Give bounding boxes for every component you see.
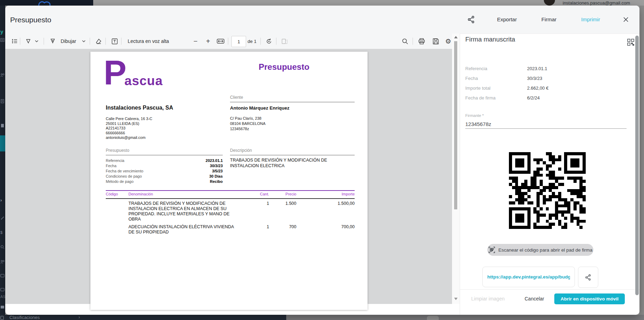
search-icon[interactable] [400,34,410,49]
clipboard-icon [0,315,4,320]
field-row: Fecha30/3/23 [465,76,627,82]
cloud-logo-icon [37,1,52,6]
draw-pen-icon[interactable] [48,34,58,49]
scroll-down-icon[interactable] [454,298,458,300]
brand-letter-fragment: y [0,29,5,35]
toolbar-separator [413,38,413,45]
table-row-importe: 1.500,00 [314,201,355,206]
panel-title: Firma manuscrita [465,36,515,43]
zoom-out-icon[interactable]: − [191,34,200,49]
signature-link[interactable]: https://app.dev.pintegral.es/app/budgets… [487,274,570,280]
print-icon[interactable] [416,34,427,49]
scroll-up-icon[interactable] [454,36,458,38]
screen: instalaciones.pascua@gmail.com y › $ AS … [0,0,644,320]
panel-divider [460,34,460,315]
limpiar-imagen-button[interactable]: Limpiar imagen [471,296,505,302]
fit-width-icon[interactable] [215,34,226,49]
toolbar-separator [90,38,90,45]
sidebar-footer-label[interactable]: Clasificaciones [9,315,40,320]
rotate-icon[interactable] [264,34,274,49]
search-person-icon [0,245,5,250]
company-logo: P ascua [104,59,163,86]
toolbar-separator [44,38,44,45]
company-address: Calle Pere Cabrera, 16 3-C 25001 LLEIDA … [106,117,152,140]
page-total-label: de 1 [246,34,258,49]
eraser-icon[interactable] [92,34,104,49]
table-row-cant: 1 [240,224,269,230]
signature-link-box[interactable]: https://app.dev.pintegral.es/app/budgets… [482,267,575,287]
chevron-right-icon: › [0,198,5,203]
table-header-cant: Cant. [240,192,269,196]
card-filled-icon [0,305,5,310]
app-topbar-light [93,0,644,6]
money-icon: $ [0,230,5,235]
field-row: Fecha de firma6/2/24 [465,95,627,101]
rail-text-fragment: AS [0,295,5,299]
zoom-in-icon[interactable]: + [203,34,213,49]
app-sidebar-fragment: y › $ AS [0,6,5,315]
company-name: Instalaciones Pascua, SA [106,105,173,111]
close-icon[interactable] [622,16,629,24]
toolbar-separator [121,38,121,45]
abrir-dispositivo-button[interactable]: Abrir en dispositivo móvil [554,293,625,304]
firmar-button[interactable]: Firmar [541,16,556,22]
table-row-denominacion: TRABAJOS DE REVISIÓN Y MODIFICACIÓN DE I… [128,201,236,222]
description-section-label: Descripción [230,148,355,155]
imprimir-button[interactable]: Imprimir [581,16,600,22]
app-topbar-dark [0,0,93,6]
account-email: instalaciones.pascua@gmail.com [563,0,641,6]
pdf-toolbar: Dibujar Lectura en voz alta − + de 1 [5,34,452,49]
toolbar-separator [228,38,228,45]
sidebar-footer[interactable]: Clasificaciones › [0,315,286,320]
share-icon[interactable] [467,15,475,25]
scan-qr-button[interactable]: Escanear el código para abrir el pad de … [487,244,593,256]
highlighter-icon[interactable] [23,34,33,49]
chevron-down-icon[interactable] [80,34,87,49]
page-number-input[interactable] [231,36,246,47]
card-icon [0,288,5,292]
client-name: Antonio Márquez Enríquez [230,105,289,111]
scrim-bottom [286,315,644,320]
panel-scrollbar-thumb[interactable] [635,36,639,295]
logo-initial: P [104,59,126,86]
qr-corner-icon[interactable] [627,38,635,47]
sidebar-active-item-fragment [0,135,5,151]
table-of-contents-icon[interactable] [9,34,20,49]
share-link-button[interactable] [578,267,598,288]
draw-label[interactable]: Dibujar [59,34,77,49]
document-page: P ascua Presupuesto Cliente Antonio Márq… [90,52,368,310]
read-aloud-button[interactable]: Lectura en voz alta [126,34,171,49]
table-header-denominacion: Denominación [128,192,236,196]
pdf-scrollbar-thumb[interactable] [454,41,457,209]
client-section-label: Cliente [230,95,355,102]
table-row-precio: 700 [272,224,296,230]
table-row-cant: 1 [240,201,269,206]
people-icon [0,260,5,265]
bottom-tab-fragment [427,316,439,320]
footer-divider [460,289,639,290]
description-text: TRABAJOS DE REVISIÓN Y MODIFICACIÓN DE I… [230,158,356,169]
cancelar-button[interactable]: Cancelar [525,296,544,302]
meta-rows: Referencia2023.01.1 Fecha30/3/23 Fecha d… [106,158,223,185]
meta-section-label: Presupuesto [106,148,223,155]
firmante-input[interactable] [465,119,627,129]
qr-scan-icon [488,246,495,253]
page-view-icon [279,34,291,49]
document-list-icon [0,124,5,128]
logo-text: ascua [124,76,163,86]
toolbar-separator [260,38,261,45]
toolbar-separator [20,38,20,45]
exportar-button[interactable]: Exportar [497,16,517,22]
field-row: Referencia2023.01.1 [465,66,627,72]
toolbar-separator [105,38,106,45]
client-address: C/ Pau Clarís, 238 08104 BARCELONA 12345… [230,116,266,132]
chevron-down-icon[interactable] [33,34,40,49]
text-tool-icon[interactable] [109,34,120,49]
chevron-right-icon: › [79,315,80,320]
save-icon[interactable] [430,34,441,49]
table-header-precio: Precio [272,192,296,196]
document-icon [0,99,5,104]
table-row-precio: 1.500 [272,201,296,206]
pencil-icon [0,216,5,221]
people-icon [0,73,5,78]
